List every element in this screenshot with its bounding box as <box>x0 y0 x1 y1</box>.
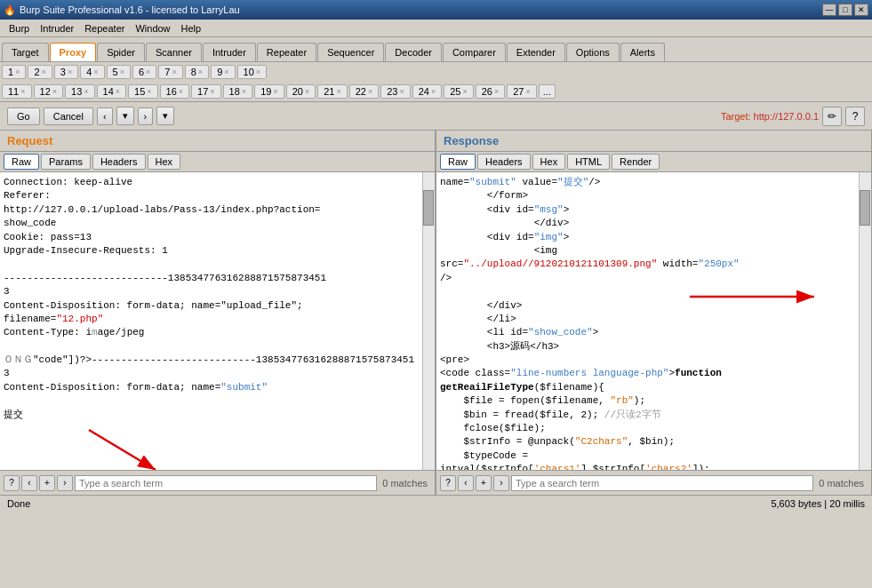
status-left: Done <box>7 498 30 509</box>
response-scrollbar[interactable] <box>859 172 871 470</box>
status-right: 5,603 bytes | 20 millis <box>771 498 865 509</box>
response-search-input[interactable] <box>511 475 813 491</box>
num-tab-23[interactable]: 23 × <box>380 84 411 99</box>
nav-right-button[interactable]: › <box>138 107 154 125</box>
request-search-prev-button[interactable]: ‹ <box>21 475 37 491</box>
titlebar: 🔥 Burp Suite Professional v1.6 - license… <box>0 0 872 20</box>
tab-extender[interactable]: Extender <box>507 43 565 61</box>
num-tab-7[interactable]: 7 × <box>158 65 182 79</box>
go-button[interactable]: Go <box>7 107 40 125</box>
menu-window[interactable]: Window <box>130 21 175 36</box>
tab-decoder[interactable]: Decoder <box>385 43 442 61</box>
num-tab-14[interactable]: 14 × <box>97 84 127 99</box>
titlebar-controls[interactable]: — □ ✕ <box>822 4 868 16</box>
num-tab-9[interactable]: 9 × <box>211 65 235 79</box>
response-content[interactable]: name="submit" value="提交"/> </form> <div … <box>436 172 859 470</box>
minimize-button[interactable]: — <box>822 4 836 16</box>
menu-help[interactable]: Help <box>176 21 207 36</box>
num-tab-17[interactable]: 17 × <box>191 84 221 99</box>
num-tab-13[interactable]: 13 × <box>65 84 95 99</box>
response-tab-html[interactable]: HTML <box>567 154 610 170</box>
response-search-help-button[interactable]: ? <box>440 475 456 491</box>
response-search-prev-button[interactable]: ‹ <box>458 475 474 491</box>
request-search-next-button[interactable]: + <box>39 475 55 491</box>
request-content[interactable]: Connection: keep-alive Referer: http://1… <box>0 172 422 470</box>
num-tab-20[interactable]: 20 × <box>286 84 316 99</box>
num-tab-24[interactable]: 24 × <box>412 84 443 99</box>
request-tab-hex[interactable]: Hex <box>148 154 181 170</box>
nav-left-down-button[interactable]: ▾ <box>116 107 134 125</box>
num-tab-27[interactable]: 27 × <box>507 84 537 99</box>
nav-left-button[interactable]: ‹ <box>97 107 113 125</box>
red-arrow-annotation-resp <box>685 274 828 319</box>
response-subtabs: Raw Headers Hex HTML Render <box>436 152 871 172</box>
tab-row-1: 1 × 2 × 3 × 4 × 5 × 6 × 7 × 8 × 9 × 10 × <box>0 62 872 82</box>
request-scrollbar[interactable] <box>422 172 435 470</box>
tab-alerts[interactable]: Alerts <box>620 43 665 61</box>
cancel-button[interactable]: Cancel <box>44 107 93 125</box>
menu-intruder[interactable]: Intruder <box>35 21 79 36</box>
tab-intruder[interactable]: Intruder <box>203 43 256 61</box>
num-tab-4[interactable]: 4 × <box>80 65 104 79</box>
response-tab-hex[interactable]: Hex <box>532 154 566 170</box>
response-header: Response <box>436 131 871 152</box>
close-button[interactable]: ✕ <box>854 4 868 16</box>
statusbar: Done 5,603 bytes | 20 millis <box>0 495 872 511</box>
num-tab-12[interactable]: 12 × <box>34 84 64 99</box>
tab-proxy[interactable]: Proxy <box>50 43 97 61</box>
request-tab-raw[interactable]: Raw <box>4 154 39 170</box>
response-search-options-button[interactable]: › <box>493 475 509 491</box>
tab-sequencer[interactable]: Sequencer <box>317 43 384 61</box>
num-tab-26[interactable]: 26 × <box>476 84 506 99</box>
response-panel: Response Raw Headers Hex HTML Render nam… <box>436 131 872 495</box>
menu-repeater[interactable]: Repeater <box>79 21 130 36</box>
maximize-button[interactable]: □ <box>838 4 852 16</box>
num-tab-10[interactable]: 10 × <box>237 65 268 79</box>
request-tab-headers[interactable]: Headers <box>92 154 146 170</box>
num-tab-11[interactable]: 11 × <box>2 84 32 99</box>
num-tab-8[interactable]: 8 × <box>185 65 209 79</box>
num-tab-22[interactable]: 22 × <box>349 84 380 99</box>
num-tab-1[interactable]: 1 × <box>2 65 26 79</box>
tab-target[interactable]: Target <box>2 43 49 61</box>
response-tab-render[interactable]: Render <box>612 154 660 170</box>
tab-options[interactable]: Options <box>566 43 620 61</box>
tab-comparer[interactable]: Comparer <box>443 43 506 61</box>
response-tab-headers[interactable]: Headers <box>477 154 531 170</box>
target-info: Target: http://127.0.0.1 <box>721 111 819 122</box>
request-label: Request <box>7 134 52 147</box>
app-icon: 🔥 <box>4 4 16 16</box>
num-tab-3[interactable]: 3 × <box>54 65 78 79</box>
request-search-help-button[interactable]: ? <box>4 475 20 491</box>
response-matches-label: 0 matches <box>815 478 868 489</box>
request-panel: Request Raw Params Headers Hex Connectio… <box>0 131 436 495</box>
tab-repeater[interactable]: Repeater <box>257 43 316 61</box>
num-tab-25[interactable]: 25 × <box>444 84 474 99</box>
num-tab-18[interactable]: 18 × <box>223 84 253 99</box>
request-header: Request <box>0 131 435 152</box>
response-tab-raw[interactable]: Raw <box>440 154 476 170</box>
main-tabs: Target Proxy Spider Scanner Intruder Rep… <box>0 37 872 62</box>
request-subtabs: Raw Params Headers Hex <box>0 152 435 172</box>
more-tabs-button[interactable]: ... <box>539 84 556 99</box>
num-tab-5[interactable]: 5 × <box>107 65 131 79</box>
red-arrow-annotation <box>71 421 178 470</box>
request-tab-params[interactable]: Params <box>41 154 91 170</box>
request-search-input[interactable] <box>75 475 377 491</box>
edit-target-button[interactable]: ✏ <box>822 107 842 126</box>
tab-spider[interactable]: Spider <box>97 43 145 61</box>
target-label-text: Target: <box>721 111 754 122</box>
num-tab-19[interactable]: 19 × <box>254 84 284 99</box>
num-tab-2[interactable]: 2 × <box>28 65 52 79</box>
num-tab-15[interactable]: 15 × <box>128 84 158 99</box>
num-tab-21[interactable]: 21 × <box>317 84 348 99</box>
menu-burp[interactable]: Burp <box>4 21 35 36</box>
help-button[interactable]: ? <box>845 107 865 126</box>
tab-row-2: 11 × 12 × 13 × 14 × 15 × 16 × 17 × 18 × … <box>0 82 872 101</box>
tab-scanner[interactable]: Scanner <box>146 43 202 61</box>
num-tab-16[interactable]: 16 × <box>160 84 190 99</box>
num-tab-6[interactable]: 6 × <box>132 65 156 79</box>
nav-right-down-button[interactable]: ▾ <box>156 107 174 125</box>
request-search-options-button[interactable]: › <box>57 475 73 491</box>
response-search-next-button[interactable]: + <box>476 475 492 491</box>
